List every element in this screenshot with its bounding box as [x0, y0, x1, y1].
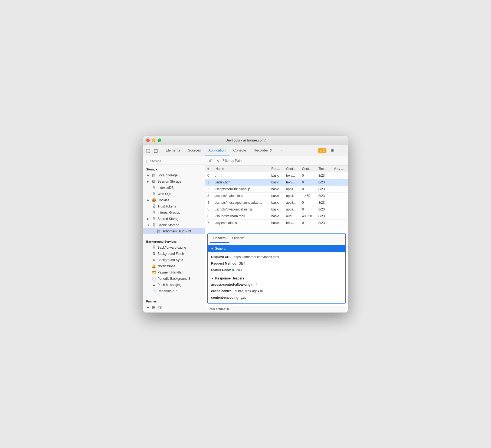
sidebar-item-reporting-api[interactable]: 📄 Reporting API — [143, 288, 205, 294]
expand-arrow: ▶ — [147, 306, 150, 309]
table-row[interactable]: 1/index.htmlbasictext/...08/23... — [205, 179, 348, 186]
col-response: Res... — [269, 166, 284, 172]
sidebar-item-payment-handler[interactable]: 💳 Payment Handler — [143, 269, 205, 275]
background-fetch-label: Background Fetch — [158, 252, 203, 256]
top-frame-label: top — [158, 305, 203, 309]
request-method-val: GET — [238, 262, 245, 265]
response-headers-rows: access-control-allow-origin: *cache-cont… — [211, 281, 342, 301]
table-row[interactable]: 2/scripts/comlink.global.jsbasicappli...… — [205, 186, 348, 193]
tab-elements[interactable]: Elements — [162, 145, 184, 156]
tab-more[interactable]: » — [276, 145, 286, 156]
expand-arrow: ▼ — [147, 224, 150, 226]
sidebar-item-notifications[interactable]: 🔔 Notifications — [143, 263, 205, 269]
detail-tab-headers[interactable]: Headers — [210, 234, 229, 243]
detail-tab-preview[interactable]: Preview — [229, 234, 247, 243]
maximize-button[interactable] — [158, 139, 161, 142]
notifications-icon: 🔔 — [152, 264, 156, 268]
detail-panel: Headers Preview ▼ General Request URL: h… — [207, 233, 346, 304]
sidebar-item-push-messaging[interactable]: ☁ Push Messaging — [143, 282, 205, 288]
sidebar-item-cookies[interactable]: ▶ 🍪 Cookies — [143, 197, 205, 203]
clear-button[interactable]: ✕ — [215, 158, 221, 164]
trust-tokens-label: Trust Tokens — [158, 205, 203, 208]
sidebar-item-local-storage[interactable]: ▶ ▤ Local Storage — [143, 172, 205, 178]
indexeddb-label: IndexedDB — [158, 186, 203, 190]
table-row[interactable]: 4/scripts/messagechanneladapt...basicapp… — [205, 199, 348, 206]
sidebar-item-interest-groups[interactable]: 🗄 Interest Groups — [143, 209, 205, 216]
trust-tokens-icon: 🗄 — [152, 204, 156, 208]
shared-storage-label: Shared Storage — [158, 217, 203, 221]
sidebar-item-cache-storage[interactable]: ▼ 🗄 Cache Storage — [143, 222, 205, 228]
expand-arrow: ▶ — [147, 218, 150, 220]
payment-handler-label: Payment Handler — [158, 271, 203, 274]
sidebar-item-airhorner-cache[interactable]: ▤ airhorner-0.6.20 - ht — [143, 228, 205, 234]
shared-storage-icon: 🗄 — [152, 217, 156, 221]
table-header-row: # Name Res... Cont... Cont... Tim... Var… — [205, 166, 348, 172]
response-header-row: cache-control: public, max-age=10 — [211, 288, 342, 294]
filter-bar: ↺ ✕ — [205, 156, 348, 166]
divider — [143, 236, 205, 236]
response-header-row: access-control-allow-origin: * — [211, 281, 342, 288]
interest-groups-label: Interest Groups — [158, 211, 203, 215]
expand-arrow: ▶ — [147, 180, 150, 183]
detail-content: ▼ General Request URL: https://airhorner… — [208, 243, 345, 303]
sidebar-item-web-sql[interactable]: 🗄 Web SQL — [143, 191, 205, 197]
status-code-key: Status Code: — [211, 268, 231, 272]
table-row[interactable]: 0/basictext/...08/23... — [205, 172, 348, 179]
sidebar-item-top-frame[interactable]: ▶ ▣ top — [143, 304, 205, 310]
settings-icon[interactable]: ⚙ — [329, 147, 336, 154]
indexeddb-icon: 🗄 — [152, 186, 156, 190]
interest-groups-icon: 🗄 — [152, 210, 156, 215]
status-dot — [232, 269, 234, 271]
back-forward-cache-icon: 🗄 — [152, 245, 156, 249]
tab-sources[interactable]: Sources — [184, 145, 205, 156]
cache-table: # Name Res... Cont... Cont... Tim... Var… — [205, 166, 348, 231]
top-frame-icon: ▣ — [152, 305, 156, 309]
inspect-icon[interactable]: ◱ — [153, 148, 159, 154]
sidebar-item-indexeddb[interactable]: 🗄 IndexedDB — [143, 185, 205, 191]
table-row[interactable]: 3/scripts/main.min.jsbasicappli...1,4608… — [205, 193, 348, 199]
storage-section-label: Storage — [143, 166, 205, 172]
cursor-icon[interactable]: ⬚ — [145, 148, 151, 154]
sidebar-item-trust-tokens[interactable]: 🗄 Trust Tokens — [143, 203, 205, 209]
response-headers-arrow: ▼ — [211, 277, 214, 280]
window-title: DevTools - airhorner.com/ — [225, 138, 266, 142]
response-header-row: content-encoding: gzip — [211, 294, 342, 301]
payment-handler-icon: 💳 — [152, 270, 156, 274]
frames-section-label: Frames — [143, 298, 205, 304]
content-area: ↺ ✕ # Name Res... Cont... Cont... Tim... — [205, 156, 348, 312]
background-sync-icon: ↻ — [152, 258, 156, 262]
table-row[interactable]: 7/styles/main.cssbasictext/...08/23... — [205, 220, 348, 226]
sidebar-item-back-forward-cache[interactable]: 🗄 Back/forward cache — [143, 244, 205, 251]
periodic-background-label: Periodic Background S — [158, 277, 203, 281]
divider-2 — [143, 296, 205, 296]
expand-arrow: ▶ — [147, 199, 150, 202]
back-forward-cache-label: Back/forward cache — [158, 246, 203, 249]
traffic-lights — [146, 139, 161, 142]
cache-storage-label: Cache Storage — [158, 223, 203, 227]
general-section-header[interactable]: ▼ General — [208, 245, 345, 252]
col-vary: Vary ... — [332, 166, 348, 172]
push-messaging-icon: ☁ — [152, 283, 156, 287]
refresh-button[interactable]: ↺ — [207, 158, 213, 164]
sidebar-item-periodic-background[interactable]: 🕐 Periodic Background S — [143, 275, 205, 282]
cookies-icon: 🍪 — [152, 198, 156, 202]
sidebar-item-session-storage[interactable]: ▶ ▤ Session Storage — [143, 178, 205, 185]
more-icon[interactable]: ⋮ — [338, 147, 346, 154]
response-headers-text: Response Headers — [215, 276, 244, 280]
sidebar-item-shared-storage[interactable]: ▶ 🗄 Shared Storage — [143, 216, 205, 222]
warning-badge[interactable]: ⚠ 2 — [318, 148, 326, 153]
tab-recorder[interactable]: Recorder 🎙 — [250, 145, 276, 156]
expand-arrow: ▶ — [147, 174, 150, 177]
minimize-button[interactable] — [152, 139, 155, 142]
table-row[interactable]: 6/sounds/airhorn.mp3basicaudi...40,8588/… — [205, 213, 348, 220]
close-button[interactable] — [146, 139, 150, 142]
sidebar-item-background-sync[interactable]: ↻ Background Sync — [143, 257, 205, 263]
background-fetch-icon: ⇅ — [152, 252, 156, 256]
col-time: Tim... — [316, 166, 332, 172]
table-row[interactable]: 5/scripts/pwacompat.min.jsbasicappli...0… — [205, 206, 348, 213]
sidebar-item-background-fetch[interactable]: ⇅ Background Fetch — [143, 251, 205, 257]
tab-application[interactable]: Application — [205, 145, 230, 156]
filter-input[interactable] — [222, 159, 346, 163]
tab-console[interactable]: Console — [230, 145, 250, 156]
response-headers-label[interactable]: ▼ Response Headers — [211, 275, 342, 281]
